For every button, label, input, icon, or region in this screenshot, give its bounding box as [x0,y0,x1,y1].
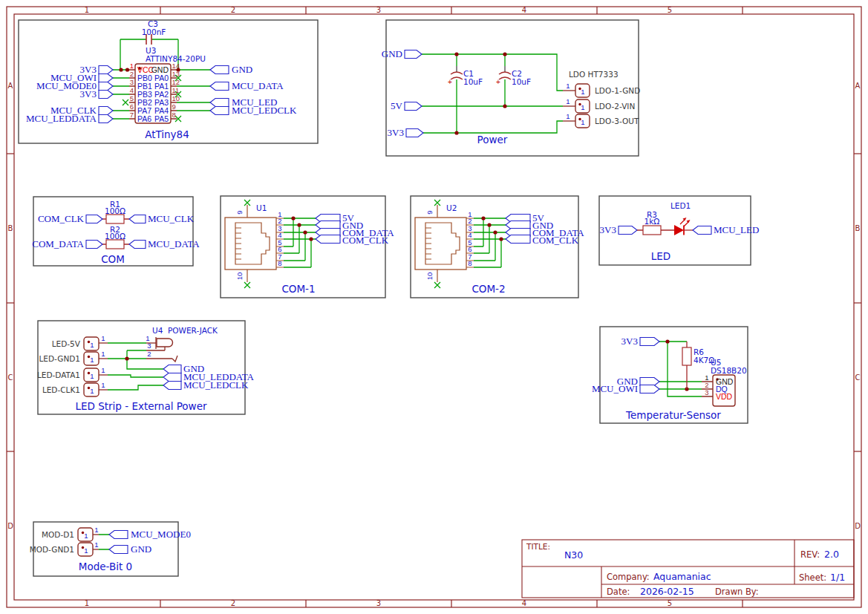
pin-number: 1 [581,88,584,96]
connector-label: LDO-3-OUT [595,117,639,125]
net-flag-gnd[interactable]: GND [210,64,252,75]
component-value: 10uF [512,77,531,86]
connector-label: LDO-1-GND [595,86,640,95]
net-label: 5V [391,100,403,111]
schematic-canvas: 1 2 3 4 5 1 2 3 4 5 A B C D A B C D [0,0,868,614]
net-flag-3v3[interactable]: 3V3 [600,224,637,235]
drawn-by-label: Drawn By: [715,587,759,597]
net-flag-3v3[interactable]: 3V3 [621,336,659,347]
pin-number: 10 [172,94,180,102]
net-flag-gnd[interactable]: GND [109,543,151,555]
pin-number: 9 [172,102,176,111]
net-flag-com-clk[interactable]: COM_CLK [506,235,579,246]
rj45-jack-u1[interactable]: U1 9 10 1 2 3 4 5 6 7 8 [225,203,284,282]
net-flag-3v3[interactable]: 3V3 [80,88,113,99]
pin-number: 5 [130,94,134,102]
connector-ldo-3-out[interactable]: 1 1 LDO-3-OUT [563,112,639,128]
capacitor-c2[interactable]: + C2 10uF [496,66,531,86]
frame-row-label: B [8,224,13,232]
net-label: MCU_LEDCLK [183,379,249,391]
frame-col-label: 3 [376,6,381,14]
sheet-value: 1/1 [830,572,845,583]
net-label: MCU_LEDCLK [232,105,297,116]
net-flag-com-data[interactable]: COM_DATA [32,238,102,249]
rev-label: REV: [800,549,820,560]
net-flag-mcu-ledclk[interactable]: MCU_LEDCLK [210,105,297,116]
polarity-plus: + [448,78,452,86]
net-flag-mcu-data[interactable]: MCU_DATA [210,80,284,91]
frame-col-label: 2 [231,599,235,607]
capacitor-c3[interactable]: C3 100nF [142,19,166,45]
capacitor-c1[interactable]: + C1 10uF [448,66,483,86]
connector-mod-gnd1[interactable]: MOD-GND1 1 1 [30,540,99,556]
pin-number: 9 [425,210,434,214]
connector-led-gnd1[interactable]: LED-GND1 1 1 [39,350,108,365]
pin-number: 9 [235,210,244,214]
net-label: 3V3 [621,336,638,347]
pin-number: 1 [566,112,570,120]
led-diode[interactable] [674,218,693,235]
sensor-u5[interactable]: U5 DS18B20 1 2 3 GND DQ VDD [702,358,747,406]
power-jack-u4[interactable]: U4 POWER-JACK 1 3 2 [146,326,218,362]
pin-number: 1 [90,387,94,395]
net-label: 3V3 [600,224,616,235]
pin-number: 8 [278,259,281,267]
pin-number: 1 [101,350,105,358]
block-tempsensor: 3V3 R6 4K7Ω U5 DS18B20 1 2 3 GND DQ VDD … [592,327,748,423]
pin-number: 1 [130,62,134,70]
connector-led-5v[interactable]: LED-5V 1 1 [52,334,108,350]
net-flag-mcu-data[interactable]: MCU_DATA [129,238,200,249]
connector-mod-d1[interactable]: MOD-D1 1 1 [42,526,99,541]
pin-number: 2 [147,350,151,358]
pin-number: 10 [425,272,434,281]
net-flag-mcu-mode0[interactable]: MCU_MODE0 [109,529,191,540]
block-caption: AtTiny84 [145,128,189,140]
resistor-r2[interactable]: R2 100Ω [102,225,129,249]
net-label: 3V3 [80,88,97,99]
net-flag-mcu-leddata[interactable]: MCU_LEDDATA [26,113,113,124]
date-value: 2026-02-15 [640,586,694,597]
block-com1: U1 9 10 1 2 3 4 5 6 7 8 5V GND COM_DATA [221,196,394,298]
connector-label: LED-5V [52,339,81,348]
date-label: Date: [607,587,630,597]
net-flag-com-clk[interactable]: COM_CLK [38,213,102,224]
connector-led-data1[interactable]: LED-DATA1 1 1 [37,366,108,382]
net-flag-mcu-mode0[interactable]: MCU_MODE0 [36,80,113,91]
net-flag-mcu-owi[interactable]: MCU_OWI [592,383,659,394]
ic-u3[interactable]: U3 ATTINY84-20PU 1 2 3 4 5 6 7 14 13 12 … [129,46,206,123]
net-flag-mcu-clk[interactable]: MCU_CLK [129,213,195,224]
net-flag-mcu-ledclk[interactable]: MCU_LEDCLK [163,379,249,391]
connector-label: LED-DATA1 [37,370,80,379]
connector-ldo-1-gnd[interactable]: 1 1 LDO-1-GND [563,82,640,97]
pin-number: 1 [94,526,98,534]
frame-row-label: C [855,373,861,382]
net-flag-5v[interactable]: 5V [391,100,422,111]
title-label: TITLE: [526,542,550,551]
connector-ldo-2-vin[interactable]: 1 1 LDO-2-VIN [563,97,635,113]
pin-number: 1 [90,341,94,349]
block-caption: LED [651,250,670,262]
resistor-r1[interactable]: R1 100Ω [102,200,129,223]
rj45-jack-u2[interactable]: U2 9 10 1 2 3 4 5 6 7 8 [415,203,474,282]
block-power: + C1 10uF + C2 10uF GND 5V 3V3 LDO HT733… [382,20,640,156]
net-flag-3v3[interactable]: 3V3 [388,127,423,138]
pin-number: 8 [468,259,471,267]
pin-number: 4 [130,86,134,94]
pin-number: 8 [172,111,176,119]
component-ref: U4 [152,326,163,335]
pin-name: PA5 [154,114,169,123]
component-ref: U1 [256,203,267,212]
connector-led-clk1[interactable]: LED-CLK1 1 1 [42,381,108,396]
connector-label: LED-CLK1 [42,385,80,394]
net-flag-gnd[interactable]: GND [382,48,422,59]
net-label: GND [232,64,252,75]
wires-modebit[interactable] [99,535,109,549]
net-label: COM_CLK [342,235,389,246]
net-flag-mcu-led[interactable]: MCU_LED [693,224,759,235]
net-label: MCU_OWI [592,383,638,394]
pin-number: 13 [172,70,180,78]
wires-power[interactable] [422,52,563,134]
resistor-r3[interactable]: R3 1kΩ [637,210,674,235]
pin-number: 1 [101,334,105,342]
net-flag-com-clk[interactable]: COM_CLK [316,235,389,246]
